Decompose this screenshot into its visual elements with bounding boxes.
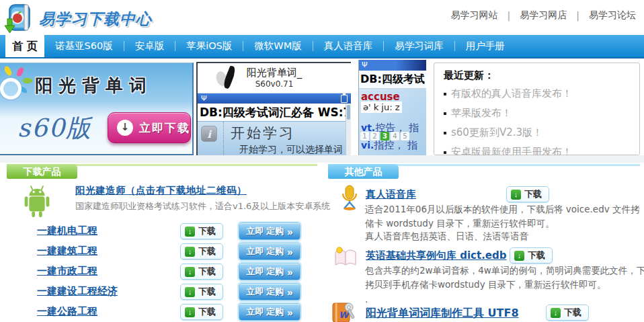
product-row: 一建机电工程 ↓下载 立即 定购» [7, 223, 316, 241]
main-nav: 首 页 诺基亚S60版 安卓版 苹果iOS版 微软WM版 真人语音库 易学习词库… [0, 35, 644, 58]
order-label: 立即 定购 [247, 306, 284, 318]
download-arrow-icon: ↓ [185, 287, 195, 297]
db-status-line: DB:四级考试词汇必备 WS:7307 [198, 104, 351, 121]
nav-tab-wm[interactable]: 微软WM版 [243, 35, 312, 57]
petal-icon [15, 67, 25, 77]
order-now-button[interactable]: 立即 定购» [239, 263, 300, 280]
phonetic-transcription: ə' k ju: z [361, 102, 402, 113]
page-number-active: 3 [380, 132, 389, 140]
order-label: 立即 定购 [247, 286, 284, 298]
order-now-button[interactable]: 立即 定购» [239, 303, 300, 321]
nav-tab-word-library[interactable]: 易学习词库 [384, 35, 454, 57]
nav-tab-manual[interactable]: 用户手册 [455, 35, 516, 57]
bullet-icon [444, 151, 446, 154]
bullet-icon [444, 93, 446, 95]
product-description: 国家建造师职业资格考试练习软件，适合v1.6及以上版本安卓系统 [75, 200, 330, 212]
chevron-right-icon: » [287, 247, 292, 257]
download-button[interactable]: ↓下载 [180, 304, 223, 320]
product-link[interactable]: 一建机电工程 [37, 225, 97, 237]
order-label: 立即 定购 [247, 245, 284, 257]
update-text: 有版权的真人语音库发布！ [451, 87, 572, 100]
page-number: 1 [360, 132, 369, 140]
schoolbag-logo-icon [4, 1, 35, 36]
site-logo[interactable]: 易学习下载中心 [4, 1, 152, 36]
order-now-button[interactable]: 立即 定购» [239, 243, 300, 260]
nav-tab-home[interactable]: 首 页 [5, 35, 44, 57]
promo-banner: 阳光背单词 s60版 ↓ 立即下载 [0, 63, 194, 155]
other-product-title-link[interactable]: 阳光背单词词库制作工具 UTF8 [366, 307, 519, 321]
sense-text: 指控， 指 [374, 139, 417, 151]
download-button[interactable]: ↓下载 [180, 223, 223, 239]
download-label: 下载 [524, 188, 542, 200]
app-header: 阳光背单词_ S60v0.71 [198, 63, 351, 93]
separator: | [508, 10, 511, 21]
download-arrow-icon: ↓ [185, 227, 195, 237]
nav-tab-ios[interactable]: 苹果iOS版 [175, 35, 243, 57]
download-arrow-icon: ↓ [551, 308, 561, 318]
nav-tab-nokia-s60[interactable]: 诺基亚S60版 [44, 35, 124, 57]
others-section-header: 其他产品 [328, 164, 640, 179]
download-button[interactable]: ↓下载 [180, 243, 223, 259]
info-icon: i [201, 126, 217, 142]
chevron-right-icon: » [287, 287, 292, 297]
update-item: 苹果版发布！ [444, 107, 639, 120]
top-link-shop[interactable]: 易学习网店 [520, 9, 567, 22]
android-robot-icon [17, 182, 56, 223]
banner-download-label: 立即下载 [139, 120, 190, 136]
order-label: 立即 定购 [247, 225, 284, 237]
menu-item-title: 开始学习 [231, 124, 295, 143]
other-product-title-link[interactable]: 真人语音库 [366, 188, 416, 201]
other-product-description: 包含共享的约2w单词音标，4w单词的例句，简明词典需要此文件，下 [365, 265, 644, 277]
download-button[interactable]: ↓下载 [180, 284, 223, 300]
nav-tab-voice-library[interactable]: 真人语音库 [313, 35, 384, 57]
download-button[interactable]: ↓下载 [180, 264, 223, 280]
update-item: s60更新到V2.3版！ [444, 126, 639, 139]
product-title-link[interactable]: 阳光建造师（点击有下载地址二维码） [75, 184, 247, 197]
phone-screenshot-s60: 阳光背单词_ S60v0.71 Ψ DB:四级考试词汇必备 WS:7307 i … [196, 62, 351, 158]
download-label: 下载 [198, 266, 216, 278]
order-now-button[interactable]: 立即 定购» [239, 223, 300, 240]
battery-icon [341, 95, 348, 103]
download-arrow-icon: ↓ [185, 267, 195, 277]
open-book-icon [333, 246, 358, 270]
order-now-button[interactable]: 立即 定购» [239, 283, 300, 300]
download-arrow-icon: ↓ [185, 247, 195, 257]
db-status-line: DB:四级考试 [359, 71, 426, 89]
page: 易学习下载中心 易学习网站 | 易学习网店 | 易学习论坛 首 页 诺基亚S60… [0, 0, 644, 322]
update-text: s60更新到V2.3版！ [451, 126, 542, 139]
petal-icon [3, 65, 13, 77]
bullet-icon [444, 112, 446, 115]
update-item: 有版权的真人语音库发布！ [444, 87, 639, 100]
download-button[interactable]: ↓下载 [546, 305, 589, 321]
order-label: 立即 定购 [247, 266, 284, 278]
phone-statusbar: Ψ [359, 60, 426, 71]
dotted-divider [223, 122, 224, 158]
download-label: 下载 [198, 306, 216, 318]
banner-download-button[interactable]: ↓ 立即下载 [108, 112, 191, 143]
download-label: 下载 [198, 286, 216, 298]
download-label: 下载 [564, 307, 581, 319]
download-arrow-icon: ↓ [185, 307, 195, 317]
other-product-description: 真人语音库包括英语、日语、法语等语音 [365, 231, 528, 243]
product-link[interactable]: 一建建设工程经济 [37, 285, 118, 298]
nav-tab-android[interactable]: 安卓版 [124, 35, 175, 57]
sun-ring-icon [0, 78, 22, 99]
antenna-icon: Ψ [362, 61, 368, 69]
toolkit-book-icon: W [331, 302, 355, 322]
download-button[interactable]: ↓下载 [510, 247, 553, 264]
product-link[interactable]: 一建市政工程 [37, 265, 97, 278]
scrollbar [346, 104, 351, 158]
downloads-section-header: 下载产品 [7, 164, 317, 179]
banner-edition: s60版 [17, 112, 92, 145]
top-link-website[interactable]: 易学习网站 [451, 9, 498, 22]
top-link-forum[interactable]: 易学习论坛 [589, 9, 636, 22]
product-link[interactable]: 一建建筑工程 [37, 245, 97, 257]
other-product-title-link[interactable]: 英语基础共享例句库 dict.edb [366, 249, 507, 262]
update-text: 苹果版发布！ [451, 107, 512, 120]
separator: | [576, 10, 579, 21]
product-link[interactable]: 一建公路工程 [37, 305, 97, 318]
others-section-tab: 其他产品 [328, 164, 399, 179]
phone-screenshot-dictionary: Ψ DB:四级考试 accuse ə' k ju: z vt.控告， 指 vi.… [358, 60, 426, 157]
product-row: 一建市政工程 ↓下载 立即 定购» [7, 263, 316, 281]
download-button[interactable]: ↓下载 [506, 186, 549, 202]
